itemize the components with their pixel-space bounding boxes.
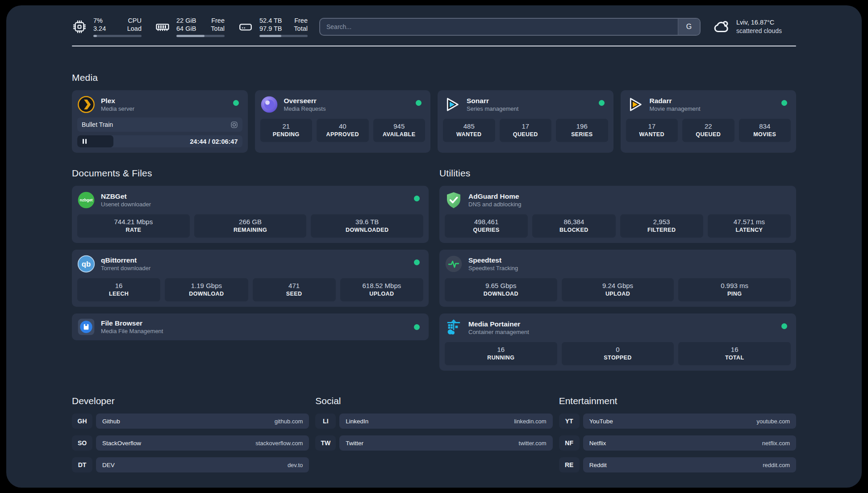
playback-time: 24:44 / 02:06:47 (190, 138, 238, 145)
bookmark-link-netflix[interactable]: NF Netflixnetflix.com (559, 435, 796, 451)
cpu-load-value: 3.24 (93, 25, 106, 33)
service-card-filebrowser[interactable]: File Browser Media File Management (72, 313, 429, 340)
app-description: Media File Management (101, 327, 163, 335)
service-card-nzbget[interactable]: nzbget NZBGet Usenet downloader 744.21 M… (72, 186, 429, 243)
stat-queued: 17QUEUED (500, 119, 552, 142)
bookmark-name: Reddit (589, 462, 607, 468)
bookmark-group-title: Developer (72, 396, 309, 406)
overseerr-logo-icon (260, 96, 278, 113)
stat-queries: 498,461QUERIES (445, 214, 528, 238)
service-card-sonarr[interactable]: Sonarr Series management 485WANTED 17QUE… (438, 90, 613, 153)
stat-upload: 618.52 MbpsUPLOAD (340, 278, 423, 301)
stat-download: 9.65 GbpsDOWNLOAD (445, 278, 557, 301)
bookmark-link-stackoverflow[interactable]: SO StackOverflowstackoverflow.com (72, 435, 309, 451)
media-grid: Plex Media server Bullet Train (72, 90, 796, 153)
svg-text:nzbget: nzbget (80, 198, 93, 202)
disk-total-label: Total (294, 25, 308, 33)
disk-metric: 52.4 TBFree 97.9 TBTotal (238, 17, 308, 37)
service-card-portainer[interactable]: Media Portainer Container management 16R… (439, 313, 796, 371)
bookmark-url: stackoverflow.com (255, 440, 303, 447)
search-bar: G (319, 18, 701, 36)
weather-condition: scattered clouds (736, 27, 782, 35)
cpu-icon (72, 19, 87, 34)
status-online-dot (414, 324, 420, 330)
portainer-logo-icon (445, 319, 463, 337)
ram-icon (155, 19, 170, 34)
playback-progress-bar: 24:44 / 02:06:47 (77, 135, 242, 147)
bookmarks-area: Developer GH Githubgithub.com SO StackOv… (72, 396, 796, 488)
search-input[interactable] (320, 19, 678, 35)
weather-widget: Lviv, 16.87°C scattered clouds (712, 17, 796, 36)
svg-text:qb: qb (82, 260, 91, 268)
bookmark-name: Github (102, 418, 120, 425)
weather-location-temp: Lviv, 16.87°C (736, 18, 782, 27)
section-title-documents: Documents & Files (72, 168, 429, 179)
stat-seed: 471SEED (253, 278, 336, 301)
bookmark-url: github.com (275, 418, 303, 425)
ram-free-value: 22 GiB (176, 17, 196, 25)
stat-download: 1.19 GbpsDOWNLOAD (165, 278, 248, 301)
bookmark-link-linkedin[interactable]: LI LinkedInlinkedin.com (315, 414, 552, 429)
ram-total-label: Total (211, 25, 225, 33)
bookmark-name: Netflix (589, 440, 606, 447)
disk-total-value: 97.9 TB (259, 25, 282, 33)
disk-free-label: Free (294, 17, 308, 25)
ram-progress-bar (176, 35, 225, 37)
status-online-dot (233, 100, 239, 106)
bookmark-url: reddit.com (763, 462, 790, 468)
service-card-radarr[interactable]: Radarr Movie management 17WANTED 22QUEUE… (621, 90, 797, 153)
bookmark-link-dev[interactable]: DT DEVdev.to (72, 457, 309, 472)
bookmark-name: DEV (102, 462, 115, 468)
app-name: Radarr (650, 96, 701, 105)
service-card-adguard[interactable]: AdGuard Home DNS and adblocking 498,461Q… (439, 186, 796, 243)
stat-downloaded: 39.6 TBDOWNLOADED (311, 214, 423, 238)
search-engine-button[interactable]: G (678, 19, 700, 35)
bookmark-link-twitter[interactable]: TW Twittertwitter.com (315, 435, 552, 451)
bookmark-url: twitter.com (519, 440, 547, 447)
stat-available: 945AVAILABLE (373, 119, 426, 142)
app-description: Torrent downloader (101, 264, 150, 272)
stat-filtered: 2,953FILTERED (620, 214, 703, 238)
status-online-dot (414, 196, 420, 201)
disk-icon (238, 19, 253, 34)
bookmark-url: linkedin.com (514, 418, 546, 425)
stat-leech: 16LEECH (77, 278, 160, 301)
app-name: File Browser (101, 319, 163, 327)
utilities-column: AdGuard Home DNS and adblocking 498,461Q… (439, 186, 796, 371)
app-description: Series management (467, 105, 518, 113)
stat-pending: 21PENDING (260, 119, 313, 142)
filebrowser-logo-icon (77, 318, 95, 336)
now-playing-title: Bullet Train (82, 121, 113, 128)
stat-upload: 9.24 GbpsUPLOAD (562, 278, 674, 301)
bookmark-link-reddit[interactable]: RE Redditreddit.com (559, 457, 796, 472)
app-name: Plex (101, 96, 134, 105)
service-card-overseerr[interactable]: Overseerr Media Requests 21PENDING 40APP… (255, 90, 431, 153)
stat-blocked: 86,384BLOCKED (532, 214, 615, 238)
header-divider (72, 46, 796, 46)
app-description: Media server (101, 105, 134, 113)
stat-running: 16RUNNING (445, 342, 557, 365)
stat-remaining: 266 GBREMAINING (194, 214, 307, 238)
radarr-logo-icon (626, 96, 644, 113)
app-description: Media Requests (284, 105, 326, 113)
cpu-label: CPU (128, 17, 142, 25)
app-description: Movie management (650, 105, 701, 113)
cpu-load-label: Load (127, 25, 142, 33)
bookmark-name: Twitter (346, 440, 363, 447)
app-description: Speedtest Tracking (468, 264, 518, 272)
service-card-qbittorrent[interactable]: qb qBittorrent Torrent downloader 16LEEC… (72, 250, 429, 307)
bookmark-name: StackOverflow (102, 440, 141, 447)
bookmark-link-youtube[interactable]: YT YouTubeyoutube.com (559, 414, 796, 429)
app-description: Usenet downloader (101, 201, 151, 208)
cpu-progress-bar (93, 35, 142, 37)
bookmark-abbr: GH (72, 414, 92, 429)
status-online-dot (781, 323, 787, 329)
bookmark-group-social: Social LI LinkedInlinkedin.com TW Twitte… (315, 396, 552, 472)
bookmark-link-github[interactable]: GH Githubgithub.com (72, 414, 309, 429)
service-card-speedtest[interactable]: Speedtest Speedtest Tracking 9.65 GbpsDO… (439, 250, 796, 307)
stat-approved: 40APPROVED (317, 119, 369, 142)
service-card-plex[interactable]: Plex Media server Bullet Train (72, 90, 248, 153)
stat-movies: 834MOVIES (739, 119, 791, 142)
bookmark-group-title: Entertainment (559, 396, 796, 406)
app-name: Speedtest (468, 256, 518, 264)
